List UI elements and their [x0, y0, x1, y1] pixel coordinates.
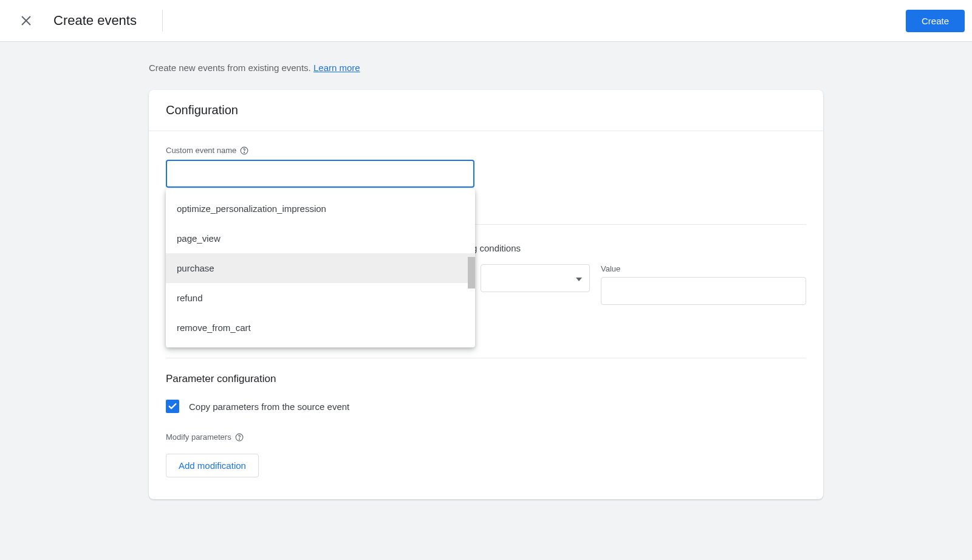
configuration-title: Configuration: [166, 103, 806, 117]
intro-text-content: Create new events from existing events.: [149, 63, 313, 73]
custom-event-name-label: Custom event name: [166, 146, 236, 155]
copy-parameters-checkbox[interactable]: [166, 400, 179, 413]
modify-parameters-label: Modify parameters: [166, 432, 231, 442]
dropdown-item-remove-from-cart[interactable]: remove_from_cart: [166, 313, 475, 343]
value-input[interactable]: [601, 277, 806, 305]
help-icon[interactable]: [240, 146, 248, 155]
checkmark-icon: [168, 401, 177, 411]
custom-event-name-label-row: Custom event name: [166, 146, 806, 155]
value-label: Value: [601, 264, 806, 273]
dropdown-item-refund[interactable]: refund: [166, 283, 475, 313]
header: Create events Create: [0, 0, 972, 42]
copy-parameters-label: Copy parameters from the source event: [189, 401, 349, 412]
add-modification-button[interactable]: Add modification: [166, 454, 259, 477]
parameter-configuration-title: Parameter configuration: [166, 373, 806, 385]
page-title: Create events: [52, 13, 137, 29]
copy-parameters-row: Copy parameters from the source event: [166, 400, 806, 413]
custom-event-name-input[interactable]: [166, 160, 474, 188]
section-divider: [166, 358, 806, 358]
dropdown-item-optimize[interactable]: optimize_personalization_impression: [166, 194, 475, 224]
modify-parameters-label-row: Modify parameters: [166, 432, 806, 442]
close-icon: [19, 14, 33, 27]
svg-point-5: [239, 439, 239, 439]
card-header: Configuration: [149, 90, 823, 131]
learn-more-link[interactable]: Learn more: [313, 63, 360, 73]
dropdown-item-page-view[interactable]: page_view: [166, 224, 475, 253]
autocomplete-dropdown: optimize_personalization_impression page…: [166, 189, 475, 347]
intro-text: Create new events from existing events. …: [149, 63, 823, 73]
card-body: Custom event name optimize_personalizati…: [149, 131, 823, 499]
operator-select[interactable]: [481, 264, 590, 292]
header-left: Create events: [15, 9, 163, 32]
configuration-card: Configuration Custom event name optimize…: [149, 90, 823, 499]
create-button[interactable]: Create: [906, 10, 965, 32]
close-button[interactable]: [15, 9, 38, 32]
title-divider: [162, 10, 163, 32]
chevron-down-icon: [576, 273, 582, 283]
dropdown-item-purchase[interactable]: purchase: [166, 253, 475, 283]
help-icon[interactable]: [235, 433, 244, 442]
page-background: Create new events from existing events. …: [0, 42, 972, 560]
svg-point-3: [244, 152, 245, 152]
dropdown-scrollbar[interactable]: [468, 257, 475, 289]
